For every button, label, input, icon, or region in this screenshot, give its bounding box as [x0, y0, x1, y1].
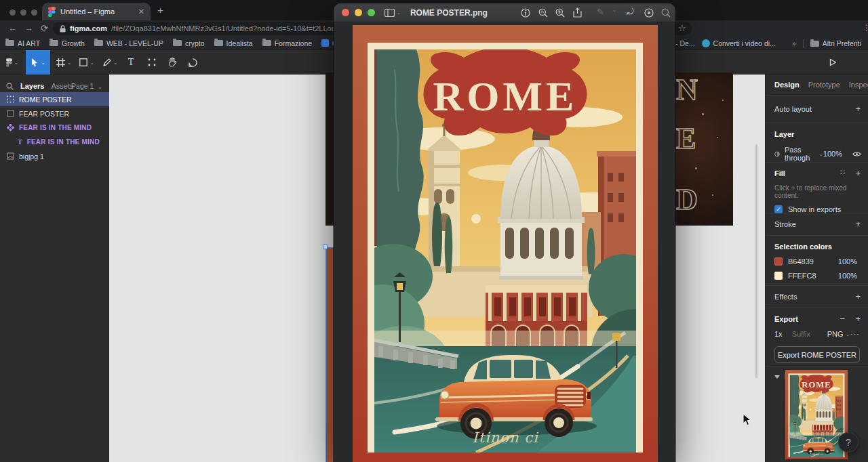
bookmark-item[interactable]: Idealista	[214, 39, 253, 47]
add-stroke-button[interactable]: +	[855, 219, 861, 229]
folder-icon	[262, 40, 271, 46]
tab-design[interactable]: Design	[774, 81, 800, 89]
page-selector[interactable]: Page 1 ⌄	[71, 82, 102, 90]
back-icon[interactable]: ←	[8, 23, 17, 33]
selection-colors-section: Selection colors B64839 100% FFEFC8 100%	[766, 236, 868, 286]
rectangle-icon	[79, 58, 87, 66]
text-layer-icon: T	[18, 138, 22, 146]
add-fill-button[interactable]: +	[855, 168, 861, 178]
export-options-icon[interactable]: ···	[850, 330, 860, 338]
fear-poster-fragment[interactable]: N E D	[675, 72, 733, 226]
bookmark-item[interactable]: Formazione	[262, 39, 312, 47]
bookmarks-overflow-chevron[interactable]: »	[792, 39, 796, 47]
color-swatch-red[interactable]	[774, 257, 783, 266]
add-auto-layout-button[interactable]: +	[855, 104, 861, 114]
auto-layout-section: Auto layout +	[766, 96, 868, 123]
window-zoom-button[interactable]	[31, 9, 37, 16]
tab-prototype[interactable]: Prototype	[808, 81, 840, 89]
new-tab-button[interactable]: +	[157, 4, 163, 16]
folder-icon	[810, 41, 819, 47]
show-in-exports-label: Show in exports	[788, 205, 841, 213]
resources-tool[interactable]	[142, 50, 161, 75]
close-traffic-light[interactable]	[342, 9, 349, 16]
preview-app-window[interactable]: ⌄ ROME POSTER.png ✎ ⌄ ⤾	[334, 3, 675, 462]
pen-tool[interactable]: ⌄	[99, 50, 121, 75]
export-suffix-input[interactable]	[792, 330, 823, 338]
tab-inspect[interactable]: Inspect	[849, 81, 868, 89]
sidebar-toggle-icon[interactable]	[384, 9, 395, 17]
rotate-icon[interactable]: ⤾	[627, 7, 634, 18]
styles-grid-icon[interactable]: ∷	[840, 168, 846, 177]
comment-tool[interactable]	[183, 50, 202, 75]
layer-row-bigjpg[interactable]: bigjpg 1	[0, 149, 109, 163]
bookmark-item[interactable]: AI ART	[5, 39, 40, 47]
markup-pencil-icon[interactable]: ✎	[597, 7, 604, 17]
color-opacity[interactable]: 100%	[838, 257, 857, 266]
layer-row-fear-poster[interactable]: FEAR POSTER	[0, 106, 109, 121]
canvas-scrollbar[interactable]	[755, 144, 757, 378]
bookmark-item[interactable]: crypto	[173, 39, 205, 47]
show-in-exports-checkbox[interactable]: ✓	[774, 205, 783, 213]
visibility-eye-icon[interactable]	[852, 151, 861, 157]
fear-letter: N	[676, 75, 698, 105]
add-effect-button[interactable]: +	[855, 291, 861, 301]
frame-tool[interactable]: ⌄	[53, 50, 75, 75]
window-close-button[interactable]	[9, 9, 16, 16]
frame-grid-icon	[7, 96, 14, 103]
hand-tool[interactable]	[163, 50, 182, 75]
text-tool[interactable]: T	[122, 50, 140, 75]
zoom-out-icon[interactable]	[538, 8, 548, 18]
shape-tool[interactable]: ⌄	[76, 50, 98, 75]
minimize-traffic-light[interactable]	[355, 9, 362, 16]
browser-tab[interactable]: Untitled – Figma ✕	[42, 3, 151, 20]
remove-export-button[interactable]: −	[840, 314, 845, 324]
layer-opacity-value[interactable]: 100%	[823, 150, 842, 158]
help-button[interactable]: ?	[838, 432, 859, 453]
forward-icon[interactable]: →	[24, 23, 33, 33]
layer-row-component[interactable]: FEAR IS IN THE MIND	[0, 121, 109, 135]
blend-mode-icon[interactable]	[774, 150, 780, 158]
other-bookmarks-folder[interactable]: Altri Preferiti	[810, 39, 861, 47]
tab-assets[interactable]: Assets	[51, 82, 73, 90]
export-scale[interactable]: 1x	[774, 330, 783, 338]
browser-menu-icon[interactable]: ⋮	[863, 23, 868, 33]
zoom-in-icon[interactable]	[555, 8, 565, 18]
add-export-button[interactable]: +	[855, 314, 861, 324]
export-format-dropdown[interactable]: PNG	[827, 330, 844, 338]
reload-icon[interactable]: ⟳	[41, 23, 48, 33]
color-opacity[interactable]: 100%	[838, 272, 857, 280]
layer-row-text-child[interactable]: T FEAR IS IN THE MIND	[0, 135, 109, 149]
color-hex[interactable]: FFEFC8	[788, 272, 816, 280]
zoom-traffic-light[interactable]	[368, 9, 375, 16]
layer-row-rome-poster[interactable]: ROME POSTER	[0, 92, 109, 106]
preview-title-bar[interactable]: ⌄ ROME POSTER.png ✎ ⌄ ⤾	[334, 3, 675, 22]
share-icon[interactable]	[573, 7, 582, 18]
figma-main-menu[interactable]: ⌄	[0, 50, 24, 75]
bookmark-item[interactable]: WEB - LEVEL-UP	[94, 39, 163, 47]
search-icon[interactable]	[661, 8, 671, 18]
chevron-down-icon: ⌄	[818, 151, 823, 157]
tab-close-icon[interactable]: ✕	[138, 7, 144, 16]
present-button[interactable]	[825, 50, 841, 75]
bookmark-item[interactable]: Growth	[50, 39, 85, 47]
color-hex[interactable]: B64839	[788, 257, 814, 266]
fill-section: Fill ∷ + Click + to replace mixed conten…	[766, 163, 868, 213]
info-icon[interactable]	[521, 8, 530, 18]
effects-label: Effects	[774, 293, 797, 301]
search-icon[interactable]	[6, 83, 14, 90]
markup-circle-icon[interactable]	[644, 8, 654, 18]
chevron-down-icon[interactable]: ⌄	[612, 6, 617, 13]
frame-icon	[7, 110, 14, 117]
move-tool[interactable]: ⌄	[26, 50, 50, 75]
tab-layers[interactable]: Layers	[20, 82, 44, 90]
bookmark-item[interactable]: - De...	[675, 39, 695, 47]
bookmark-star-icon[interactable]: ☆	[678, 23, 686, 33]
selection-handle[interactable]	[323, 245, 328, 249]
bookmark-item[interactable]: Converti i video di...	[702, 39, 776, 47]
fear-letter: E	[676, 124, 696, 154]
image-layer-icon	[7, 152, 14, 160]
window-minimize-button[interactable]	[20, 9, 26, 16]
export-rome-poster-button[interactable]: Export ROME POSTER	[774, 346, 860, 363]
blend-mode-dropdown[interactable]: Pass through	[785, 146, 816, 162]
color-swatch-cream[interactable]	[774, 272, 783, 280]
